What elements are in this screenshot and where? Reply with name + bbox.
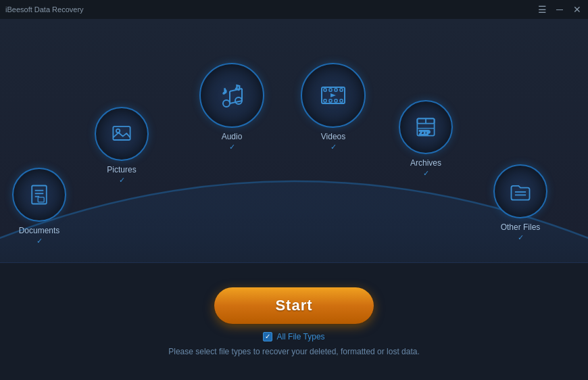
svg-rect-5 — [113, 126, 130, 140]
pictures-icon — [109, 122, 134, 146]
audio-check: ✓ — [229, 143, 235, 151]
bottom-section: Start ✓ All File Types Please select fil… — [0, 262, 588, 380]
close-button[interactable]: ✕ — [572, 4, 583, 15]
all-file-types-row: ✓ All File Types — [263, 332, 324, 341]
pictures-label: Pictures — [107, 165, 136, 174]
window-controls: ☰ ─ ✕ — [537, 4, 583, 15]
documents-icon — [27, 183, 51, 207]
other-ring — [493, 164, 547, 218]
svg-rect-19 — [324, 99, 326, 102]
archives-label: Archives — [410, 158, 441, 168]
audio-ring: ♪ ♫ — [199, 63, 264, 128]
hint-text: Please select file types to recover your… — [168, 347, 420, 356]
app-title: iBeesoft Data Recovery — [5, 5, 84, 14]
svg-point-6 — [116, 129, 120, 133]
svg-text:♪: ♪ — [222, 86, 227, 96]
videos-check: ✓ — [330, 143, 337, 151]
svg-text:♫: ♫ — [235, 82, 241, 92]
pictures-ring — [95, 107, 149, 161]
videos-label: Videos — [321, 132, 345, 141]
svg-text:ZIP: ZIP — [419, 130, 431, 137]
file-type-other[interactable]: Other Files ✓ — [493, 164, 547, 242]
videos-ring — [301, 63, 366, 128]
main-content: Documents ✓ Pictures ✓ — [0, 19, 588, 380]
svg-rect-4 — [38, 197, 44, 202]
file-type-pictures[interactable]: Pictures ✓ — [95, 107, 149, 185]
archives-ring: ZIP — [399, 100, 453, 154]
menu-button[interactable]: ☰ — [537, 4, 547, 15]
archives-icon: ZIP — [414, 115, 438, 139]
arc-area: Documents ✓ Pictures ✓ — [0, 19, 588, 262]
documents-check: ✓ — [36, 237, 43, 245]
all-file-types-checkbox[interactable]: ✓ — [263, 332, 272, 341]
svg-rect-16 — [329, 89, 332, 91]
archives-check: ✓ — [423, 169, 429, 178]
titlebar: iBeesoft Data Recovery ☰ ─ ✕ — [0, 0, 588, 19]
svg-point-7 — [223, 100, 230, 107]
svg-rect-20 — [329, 99, 332, 102]
other-icon — [508, 179, 533, 204]
file-type-archives[interactable]: ZIP Archives ✓ — [399, 100, 453, 178]
svg-rect-22 — [340, 99, 343, 102]
start-button[interactable]: Start — [214, 287, 373, 324]
svg-rect-17 — [335, 89, 337, 91]
checkbox-check-mark: ✓ — [265, 333, 270, 340]
file-type-audio[interactable]: ♪ ♫ Audio ✓ — [199, 63, 264, 151]
minimize-button[interactable]: ─ — [554, 4, 565, 15]
videos-icon — [318, 80, 348, 110]
audio-icon: ♪ ♫ — [217, 80, 247, 110]
pictures-check: ✓ — [119, 176, 125, 185]
audio-label: Audio — [222, 132, 243, 141]
svg-rect-15 — [324, 89, 326, 91]
file-type-documents[interactable]: Documents ✓ — [12, 168, 66, 245]
svg-marker-23 — [330, 93, 336, 97]
other-label: Other Files — [501, 222, 541, 232]
other-check: ✓ — [518, 233, 524, 242]
svg-rect-21 — [335, 99, 337, 102]
all-file-types-label[interactable]: All File Types — [276, 332, 324, 341]
file-type-videos[interactable]: Videos ✓ — [301, 63, 366, 151]
svg-rect-18 — [340, 89, 343, 91]
documents-label: Documents — [19, 226, 60, 235]
documents-ring — [12, 168, 66, 222]
